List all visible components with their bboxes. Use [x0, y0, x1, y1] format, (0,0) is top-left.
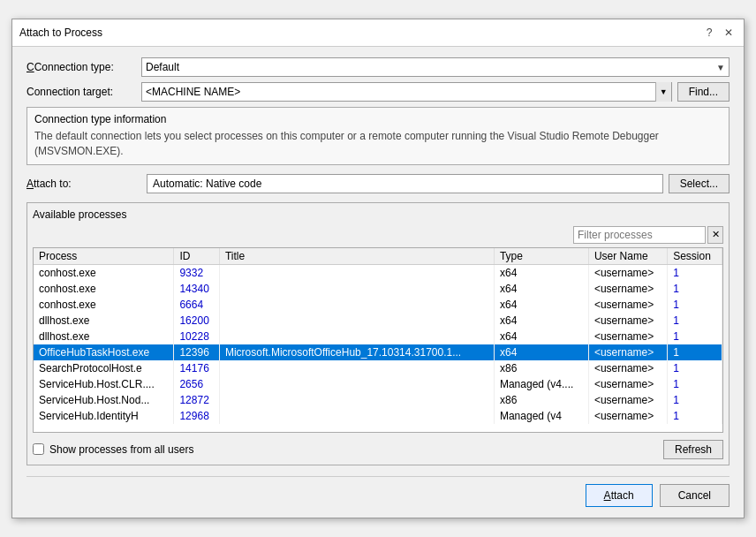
table-cell-id: 14176 — [174, 360, 219, 376]
table-scroll-area[interactable]: Process ID Title Type User Name Session … — [34, 248, 722, 432]
table-cell-title: Microsoft.MicrosoftOfficeHub_17.10314.31… — [219, 344, 494, 360]
attach-to-label: Attach to: — [26, 178, 141, 190]
table-row[interactable]: OfficeHubTaskHost.exe12396Microsoft.Micr… — [34, 344, 722, 360]
table-cell-title — [219, 297, 494, 313]
connection-type-row: CConnection type: Default ▼ — [26, 57, 730, 77]
table-cell-user-name: <username> — [588, 392, 667, 408]
table-cell-user-name: <username> — [588, 313, 667, 329]
table-cell-id: 14340 — [174, 281, 219, 297]
table-row[interactable]: conhost.exe6664x64<username>1 — [34, 297, 722, 313]
connection-target-label: Connection target: — [26, 86, 141, 98]
available-processes-title: Available processes — [33, 208, 723, 221]
table-row[interactable]: conhost.exe9332x64<username>1 — [34, 264, 722, 281]
col-type: Type — [494, 248, 588, 265]
connection-type-arrow: ▼ — [713, 63, 725, 72]
title-bar: Attach to Process ? ✕ — [12, 19, 744, 47]
table-cell-title — [219, 281, 494, 297]
action-bar: Attach Cancel — [26, 476, 730, 507]
table-cell-session: 1 — [668, 264, 722, 281]
table-cell-id: 12968 — [174, 408, 219, 424]
connection-target-controls: <MACHINE NAME> ▼ Find... — [141, 82, 730, 102]
table-cell-type: x64 — [494, 313, 588, 329]
table-cell-session: 1 — [668, 329, 722, 344]
table-cell-type: x64 — [494, 329, 588, 344]
table-row[interactable]: conhost.exe14340x64<username>1 — [34, 281, 722, 297]
table-cell-user-name: <username> — [588, 360, 667, 376]
table-cell-title — [219, 392, 494, 408]
table-cell-title — [219, 408, 494, 424]
table-row[interactable]: SearchProtocolHost.e14176x86<username>1 — [34, 360, 722, 376]
dialog-content: CConnection type: Default ▼ Connection t… — [12, 47, 744, 518]
table-cell-session: 1 — [668, 408, 722, 424]
show-all-checkbox[interactable] — [33, 443, 44, 455]
table-row[interactable]: ServiceHub.IdentityH12968Managed (v4<use… — [34, 408, 722, 424]
connection-type-info-box: Connection type information The default … — [26, 107, 730, 165]
table-cell-id: 12396 — [174, 344, 219, 360]
help-button[interactable]: ? — [701, 25, 717, 41]
table-cell-process: ServiceHub.IdentityH — [34, 408, 174, 424]
table-cell-id: 9332 — [174, 264, 219, 281]
col-title: Title — [219, 248, 494, 265]
attach-button[interactable]: Attach — [586, 484, 653, 507]
title-bar-controls: ? ✕ — [701, 25, 737, 41]
table-cell-process: OfficeHubTaskHost.exe — [34, 344, 174, 360]
refresh-button[interactable]: Refresh — [663, 440, 723, 459]
table-cell-user-name: <username> — [588, 408, 667, 424]
table-row[interactable]: dllhost.exe16200x64<username>1 — [34, 313, 722, 329]
show-all-users-row: Show processes from all users — [33, 443, 193, 456]
table-cell-user-name: <username> — [588, 264, 667, 281]
table-row[interactable]: ServiceHub.Host.CLR....2656Managed (v4..… — [34, 376, 722, 392]
table-cell-session: 1 — [668, 360, 722, 376]
table-cell-process: conhost.exe — [34, 281, 174, 297]
table-cell-session: 1 — [668, 392, 722, 408]
table-cell-session: 1 — [668, 376, 722, 392]
connection-type-label: CConnection type: — [26, 61, 141, 73]
attach-to-process-dialog: Attach to Process ? ✕ CConnection type: … — [11, 19, 745, 518]
table-cell-id: 10228 — [174, 329, 219, 344]
table-cell-type: x64 — [494, 344, 588, 360]
table-cell-title — [219, 264, 494, 281]
show-all-label[interactable]: Show processes from all users — [49, 443, 193, 456]
process-table: Process ID Title Type User Name Session … — [34, 248, 722, 424]
info-box-title: Connection type information — [34, 113, 722, 125]
table-row[interactable]: dllhost.exe10228x64<username>1 — [34, 329, 722, 344]
select-button[interactable]: Select... — [669, 174, 730, 193]
filter-clear-button[interactable]: ✕ — [707, 226, 723, 244]
attach-to-row: Attach to: Automatic: Native code Select… — [26, 174, 730, 193]
col-process: Process — [34, 248, 174, 265]
table-cell-user-name: <username> — [588, 297, 667, 313]
find-button[interactable]: Find... — [677, 82, 730, 102]
filter-row: ✕ — [33, 226, 723, 244]
table-cell-session: 1 — [668, 281, 722, 297]
table-cell-type: x64 — [494, 297, 588, 313]
attach-to-value: Automatic: Native code — [147, 174, 663, 193]
dialog-title: Attach to Process — [19, 26, 102, 39]
table-cell-id: 6664 — [174, 297, 219, 313]
connection-target-arrow-btn[interactable]: ▼ — [655, 82, 671, 102]
table-cell-id: 16200 — [174, 313, 219, 329]
connection-target-value: <MACHINE NAME> — [142, 86, 655, 98]
table-cell-process: conhost.exe — [34, 297, 174, 313]
table-cell-type: Managed (v4 — [494, 408, 588, 424]
table-row[interactable]: ServiceHub.Host.Nod...12872x86<username>… — [34, 392, 722, 408]
table-cell-id: 12872 — [174, 392, 219, 408]
available-processes-section: Available processes ✕ Process ID Title — [26, 202, 730, 465]
connection-target-combo[interactable]: <MACHINE NAME> ▼ — [141, 82, 672, 102]
col-username: User Name — [588, 248, 667, 265]
table-cell-id: 2656 — [174, 376, 219, 392]
col-session: Session — [668, 248, 722, 265]
table-cell-process: ServiceHub.Host.CLR.... — [34, 376, 174, 392]
table-cell-session: 1 — [668, 297, 722, 313]
table-cell-title — [219, 313, 494, 329]
table-cell-type: Managed (v4.... — [494, 376, 588, 392]
table-cell-user-name: <username> — [588, 344, 667, 360]
close-button[interactable]: ✕ — [721, 25, 737, 41]
cancel-button[interactable]: Cancel — [660, 484, 730, 507]
filter-input[interactable] — [573, 226, 706, 244]
process-table-container: Process ID Title Type User Name Session … — [33, 247, 723, 433]
table-header-row: Process ID Title Type User Name Session — [34, 248, 722, 265]
table-cell-process: SearchProtocolHost.e — [34, 360, 174, 376]
connection-type-combo[interactable]: Default ▼ — [141, 57, 730, 77]
connection-target-row: Connection target: <MACHINE NAME> ▼ Find… — [26, 82, 730, 102]
table-cell-title — [219, 329, 494, 344]
